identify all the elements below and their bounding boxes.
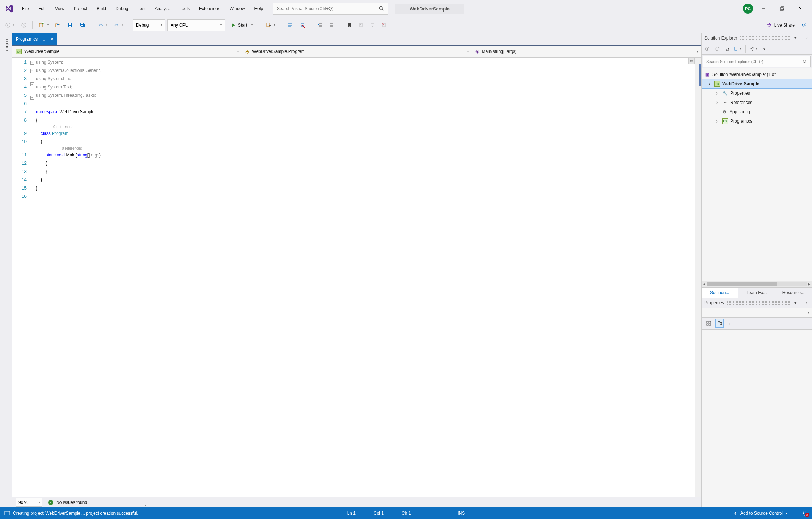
- expander-icon[interactable]: ▷: [716, 119, 720, 123]
- vertical-scrollbar[interactable]: [695, 58, 701, 497]
- properties-node[interactable]: ▷ 🔧 Properties: [702, 88, 812, 98]
- solution-search[interactable]: [703, 56, 811, 67]
- menu-file[interactable]: File: [17, 4, 33, 13]
- nav-back-button[interactable]: ▾: [3, 20, 17, 31]
- tab-resource-view[interactable]: Resource...: [775, 288, 812, 298]
- toolbox-panel-tab[interactable]: Toolbox: [0, 33, 12, 507]
- col-indicator[interactable]: Col 1: [374, 511, 384, 516]
- menu-analyze[interactable]: Analyze: [150, 4, 175, 13]
- properties-selector[interactable]: ▾: [702, 308, 812, 318]
- liveshare-button[interactable]: Live Share: [763, 20, 797, 31]
- solution-node[interactable]: ▣ Solution 'WebDriverSample' (1 of: [702, 70, 812, 79]
- notifications-button[interactable]: 3: [802, 510, 808, 516]
- tab-team-explorer[interactable]: Team Ex...: [738, 288, 775, 298]
- outlining-margin[interactable]: − − − −: [30, 58, 36, 497]
- tab-solution-explorer[interactable]: Solution...: [702, 288, 738, 298]
- user-avatar[interactable]: PG: [743, 4, 753, 14]
- insert-mode[interactable]: INS: [457, 511, 465, 516]
- home-icon[interactable]: [724, 45, 731, 53]
- menu-build[interactable]: Build: [92, 4, 111, 13]
- nav-method-dropdown[interactable]: ◉Main(string[] args): [472, 46, 701, 57]
- file-tab-program[interactable]: Program.cs ⟂ ×: [12, 33, 57, 45]
- uncomment-button[interactable]: [297, 20, 307, 31]
- back-icon[interactable]: [704, 45, 711, 53]
- undo-button[interactable]: ▾: [96, 20, 109, 31]
- menu-extensions[interactable]: Extensions: [194, 4, 225, 13]
- comment-button[interactable]: [285, 20, 295, 31]
- references-node[interactable]: ▷ ▪▪ References: [702, 98, 812, 107]
- platform-dropdown[interactable]: Any CPU▾: [167, 19, 225, 31]
- svg-rect-15: [81, 23, 83, 24]
- error-indicator[interactable]: ✓ No issues found: [48, 500, 87, 505]
- property-pages-icon[interactable]: [726, 319, 735, 328]
- clear-bookmarks-button[interactable]: [379, 20, 389, 31]
- menu-edit[interactable]: Edit: [33, 4, 50, 13]
- indent-less-button[interactable]: [315, 20, 325, 31]
- find-in-files-button[interactable]: ▾: [264, 20, 278, 31]
- menu-tools[interactable]: Tools: [175, 4, 194, 13]
- code-text[interactable]: using System; using System.Collections.G…: [36, 58, 695, 497]
- close-button[interactable]: [793, 3, 809, 14]
- redo-button[interactable]: ▾: [112, 20, 125, 31]
- maximize-button[interactable]: [774, 3, 790, 14]
- quick-launch-input[interactable]: [277, 6, 384, 11]
- menu-debug[interactable]: Debug: [111, 4, 133, 13]
- new-project-button[interactable]: +▾: [36, 20, 51, 31]
- zoom-dropdown[interactable]: 90 %▾: [16, 498, 42, 507]
- nav-project-dropdown[interactable]: C#WebDriverSample: [12, 46, 242, 57]
- nav-class-dropdown[interactable]: ⬘WebDriverSample.Program: [242, 46, 472, 57]
- crlf-indicator[interactable]: ▾: [143, 498, 149, 507]
- solution-explorer-header[interactable]: Solution Explorer ▾ ⊓ ×: [702, 33, 812, 43]
- menu-help[interactable]: Help: [249, 4, 268, 13]
- project-node[interactable]: ◢ C# WebDriverSample: [702, 79, 812, 88]
- expander-icon[interactable]: ▷: [716, 91, 720, 95]
- categorized-icon[interactable]: [704, 319, 713, 328]
- codelens-method[interactable]: 0 references: [36, 146, 695, 151]
- menu-project[interactable]: Project: [69, 4, 92, 13]
- refresh-icon[interactable]: ▾: [750, 45, 757, 53]
- collapse-all-icon[interactable]: [760, 45, 767, 53]
- next-bookmark-button[interactable]: [368, 20, 377, 31]
- prev-bookmark-button[interactable]: [356, 20, 366, 31]
- properties-header[interactable]: Properties ▾ ⊓ ×: [702, 298, 812, 308]
- tab-close-icon[interactable]: ×: [50, 36, 53, 42]
- expander-icon[interactable]: ◢: [708, 82, 712, 86]
- solution-search-input[interactable]: [706, 59, 803, 64]
- quick-launch[interactable]: [273, 3, 388, 15]
- pin-icon[interactable]: ⊓: [798, 36, 804, 40]
- code-editor[interactable]: 12345678 910 111213141516 − − − − using …: [12, 58, 701, 497]
- start-button[interactable]: Start▾: [227, 19, 256, 31]
- config-dropdown[interactable]: Debug▾: [133, 19, 165, 31]
- feedback-button[interactable]: [799, 20, 809, 31]
- pin-icon[interactable]: ⟂: [43, 37, 45, 41]
- save-all-button[interactable]: [77, 20, 88, 31]
- window-position-icon[interactable]: ▾: [793, 36, 798, 40]
- menu-view[interactable]: View: [50, 4, 69, 13]
- output-icon[interactable]: [4, 510, 10, 516]
- solution-tree[interactable]: ▣ Solution 'WebDriverSample' (1 of ◢ C# …: [702, 68, 812, 281]
- close-panel-icon[interactable]: ×: [804, 301, 809, 305]
- char-indicator[interactable]: Ch 1: [402, 511, 411, 516]
- save-button[interactable]: [65, 20, 75, 31]
- source-control-button[interactable]: Add to Source Control ▴: [733, 511, 788, 516]
- close-panel-icon[interactable]: ×: [804, 36, 809, 40]
- alphabetical-icon[interactable]: AZ: [715, 319, 724, 328]
- menu-window[interactable]: Window: [225, 4, 250, 13]
- indent-more-button[interactable]: [327, 20, 337, 31]
- programcs-node[interactable]: ▷ C# Program.cs: [702, 117, 812, 126]
- solution-hscroll[interactable]: ◀ ▶: [702, 281, 812, 287]
- sync-active-icon[interactable]: ▾: [734, 45, 741, 53]
- menu-test[interactable]: Test: [133, 4, 150, 13]
- pin-icon[interactable]: ⊓: [798, 301, 804, 305]
- nav-fwd-button[interactable]: [19, 20, 29, 31]
- bookmark-button[interactable]: [345, 20, 354, 31]
- window-position-icon[interactable]: ▾: [793, 301, 798, 305]
- minimize-button[interactable]: [755, 3, 772, 14]
- expander-icon[interactable]: ▷: [716, 101, 720, 104]
- split-handle[interactable]: ▭: [688, 58, 695, 64]
- open-file-button[interactable]: [53, 20, 63, 31]
- appconfig-node[interactable]: ⚙ App.config: [702, 107, 812, 117]
- line-indicator[interactable]: Ln 1: [347, 511, 356, 516]
- codelens-class[interactable]: 0 references: [36, 124, 695, 129]
- forward-icon[interactable]: [714, 45, 721, 53]
